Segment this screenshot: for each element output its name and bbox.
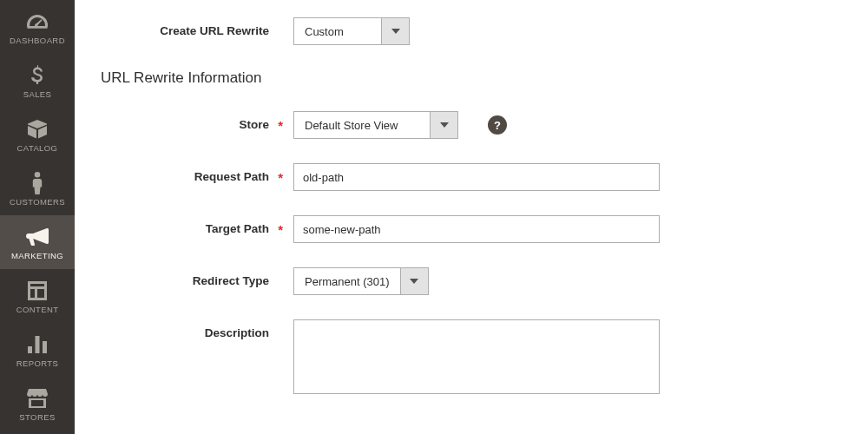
dollar-icon [31, 64, 43, 87]
row-description: Description [101, 319, 842, 394]
select-create-url-rewrite[interactable]: Custom [293, 17, 410, 45]
select-store[interactable]: Default Store View [293, 111, 458, 139]
layout-icon [28, 279, 47, 302]
label-request-path: Request Path [101, 163, 293, 183]
box-icon [27, 118, 48, 141]
sidebar-item-dashboard[interactable]: DASHBOARD [0, 0, 75, 54]
help-icon[interactable]: ? [488, 115, 507, 135]
row-create-url-rewrite: Create URL Rewrite Custom [101, 17, 842, 45]
chevron-down-icon [430, 112, 457, 138]
label-create-url-rewrite: Create URL Rewrite [101, 17, 293, 37]
label-redirect-type: Redirect Type [101, 267, 293, 287]
sidebar-item-reports[interactable]: REPORTS [0, 323, 75, 377]
chevron-down-icon [381, 18, 409, 44]
label-target-path: Target Path [101, 215, 293, 235]
input-target-path[interactable] [293, 215, 660, 243]
label-description: Description [101, 319, 293, 339]
sidebar-item-label: MARKETING [11, 251, 63, 260]
sidebar-item-label: CUSTOMERS [10, 197, 65, 207]
sidebar-item-marketing[interactable]: MARKETING [0, 215, 75, 269]
sidebar-item-label: CONTENT [16, 305, 59, 314]
input-request-path[interactable] [293, 163, 660, 191]
main-content: Create URL Rewrite Custom URL Rewrite In… [75, 0, 868, 434]
sidebar-item-label: STORES [19, 412, 55, 422]
sidebar-item-stores[interactable]: STORES [0, 377, 75, 431]
row-store: Store Default Store View ? [101, 111, 842, 139]
megaphone-icon [26, 226, 49, 248]
admin-sidebar: DASHBOARD SALES CATALOG CUSTOMERS MARKET… [0, 0, 75, 434]
bar-chart-icon [28, 333, 47, 356]
select-value: Permanent (301) [294, 268, 400, 294]
textarea-description[interactable] [293, 319, 660, 394]
storefront-icon [27, 387, 48, 410]
row-request-path: Request Path [101, 163, 842, 191]
select-value: Default Store View [294, 112, 430, 138]
sidebar-item-content[interactable]: CONTENT [0, 269, 75, 323]
gauge-icon [26, 10, 49, 33]
sidebar-item-label: CATALOG [17, 143, 58, 153]
sidebar-item-label: REPORTS [16, 358, 59, 368]
label-store: Store [101, 111, 293, 131]
select-redirect-type[interactable]: Permanent (301) [293, 267, 429, 295]
sidebar-item-sales[interactable]: SALES [0, 54, 75, 108]
row-target-path: Target Path [101, 215, 842, 243]
row-redirect-type: Redirect Type Permanent (301) [101, 267, 842, 295]
person-icon [31, 172, 43, 194]
sidebar-item-label: SALES [23, 89, 52, 99]
chevron-down-icon [400, 268, 428, 294]
select-value: Custom [294, 18, 381, 44]
sidebar-item-label: DASHBOARD [10, 36, 65, 45]
sidebar-item-catalog[interactable]: CATALOG [0, 108, 75, 161]
sidebar-item-customers[interactable]: CUSTOMERS [0, 161, 75, 215]
section-title-url-rewrite-info: URL Rewrite Information [101, 69, 842, 87]
